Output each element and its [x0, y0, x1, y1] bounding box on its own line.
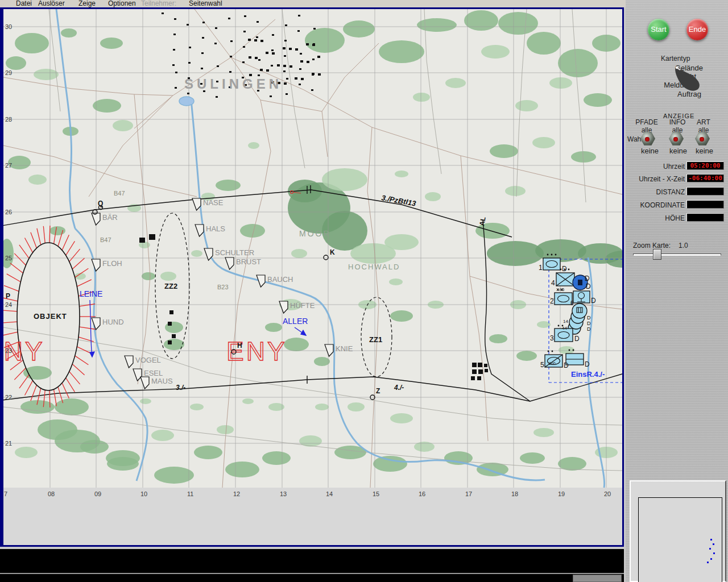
svg-text:HÜFTE: HÜFTE [290, 301, 315, 310]
uhrzeit-label: Uhrzeit [663, 163, 685, 171]
control-sidebar: Start Ende Kartentyp Gelände Sicht Meldu… [626, 0, 728, 582]
svg-text:16: 16 [419, 490, 425, 497]
svg-text:12: 12 [233, 490, 240, 497]
svg-text:14: 14 [563, 319, 568, 324]
svg-text:15: 15 [373, 490, 379, 497]
koordinate-display [686, 200, 724, 209]
zoom-slider-track[interactable] [633, 253, 721, 256]
svg-text:D: D [586, 282, 591, 290]
map-canvas[interactable]: 3./PzBtl13 3./- 4./- AL OBJEKT ENY ENY Z… [3, 9, 622, 545]
zoom-slider-thumb[interactable] [653, 249, 661, 260]
menu-datei[interactable]: Datei [16, 0, 32, 7]
unit-frame-label: EinsR.4./- [571, 370, 605, 379]
zoom-karte-value: 1.0 [679, 242, 688, 250]
svg-text:13: 13 [280, 490, 287, 497]
city-label: SULINGEN [184, 76, 282, 92]
svg-text:11: 11 [187, 490, 193, 497]
ende-button[interactable]: Ende [686, 19, 708, 40]
svg-text:D: D [585, 275, 590, 282]
svg-text:D: D [587, 315, 591, 321]
menu-seitenwahl[interactable]: Seitenwahl [189, 0, 222, 7]
svg-text:BÄR: BÄR [102, 213, 118, 222]
zone-label-zz1: ZZ1 [369, 335, 382, 344]
svg-text:27: 27 [5, 162, 12, 169]
svg-text:09: 09 [94, 490, 101, 497]
console-area [0, 549, 624, 582]
svg-text:23: 23 [5, 347, 12, 354]
eny-label: ENY [226, 336, 287, 366]
svg-text:MAUS: MAUS [151, 377, 173, 385]
svg-text:25: 25 [5, 255, 12, 261]
svg-text:SCHULTER: SCHULTER [215, 248, 254, 257]
svg-text:HALS: HALS [206, 225, 225, 233]
overview-unit-dot [713, 543, 714, 545]
distanz-display [686, 187, 724, 196]
svg-text:BAUCH: BAUCH [267, 275, 293, 284]
koordinate-label: KOORDINATE [640, 201, 685, 209]
route-label-4: 4./- [394, 384, 404, 392]
wahl-label: Wahl [627, 135, 643, 143]
xzeit-display: -06:40:00 [686, 174, 724, 182]
start-button[interactable]: Start [648, 19, 669, 40]
area-label-hochwald: HOCHWALD [348, 263, 400, 271]
svg-text:HUND: HUND [102, 318, 124, 326]
svg-text:30: 30 [5, 23, 12, 30]
svg-text:19: 19 [558, 490, 565, 497]
svg-text:Q: Q [98, 199, 103, 207]
svg-text:K: K [330, 248, 335, 256]
zone-label-zz2: ZZ2 [164, 282, 177, 290]
xzeit-label: Uhrzeit - X-Zeit [639, 175, 685, 183]
svg-text:FLOH: FLOH [102, 259, 122, 268]
svg-text:24: 24 [5, 301, 12, 308]
route-label-al: AL [478, 216, 487, 226]
overview-unit-dot [710, 558, 712, 560]
svg-text:VOGEL: VOGEL [135, 356, 161, 364]
svg-text:KNIE: KNIE [336, 344, 353, 353]
svg-text:D: D [574, 335, 580, 343]
road-label-b23: B23 [217, 284, 229, 290]
svg-text:D: D [587, 326, 591, 332]
anzeige-col-info: INFO [663, 118, 692, 126]
kartentyp-title: Kartentyp [661, 55, 690, 63]
svg-text:D: D [587, 321, 591, 326]
svg-text:3: 3 [550, 334, 554, 342]
console-divider [0, 573, 624, 574]
river-label-aller: ALLER [283, 317, 308, 326]
svg-text:4: 4 [551, 279, 555, 287]
svg-text:18: 18 [511, 490, 518, 497]
svg-text:26: 26 [5, 209, 12, 215]
road-label-b47a: B47 [114, 190, 125, 197]
svg-text:10: 10 [140, 490, 147, 497]
overview-unit-dot [709, 548, 711, 550]
svg-text:44: 44 [562, 326, 567, 331]
svg-text:H: H [237, 342, 242, 350]
svg-text:ESEL: ESEL [144, 369, 163, 377]
distanz-label: DISTANZ [656, 188, 685, 196]
svg-text:22: 22 [5, 394, 12, 401]
svg-text:5: 5 [540, 361, 544, 369]
menu-zeige[interactable]: Zeige [78, 0, 96, 7]
svg-text:28: 28 [5, 116, 12, 123]
overview-unit-dot [713, 552, 715, 554]
menu-ausloeser[interactable]: Auslöser [38, 0, 65, 7]
map-window[interactable]: 3./PzBtl13 3./- 4./- AL OBJEKT ENY ENY Z… [0, 7, 624, 547]
menu-optionen[interactable]: Optionen [108, 0, 136, 7]
svg-text:D: D [564, 361, 569, 369]
anzeige-keine-label: keine [696, 147, 713, 155]
overview-unit-dot [710, 539, 712, 541]
route-label-3: 3./- [176, 384, 185, 392]
menu-bar: Datei Auslöser Zeige Optionen Teilnehmer… [0, 0, 626, 7]
svg-text:2: 2 [550, 297, 554, 305]
svg-text:Z: Z [376, 387, 380, 395]
svg-text:29: 29 [5, 69, 12, 76]
console-scroll-thumb[interactable] [573, 575, 622, 582]
overview-map[interactable] [638, 497, 722, 582]
area-label-moor: MOOR [299, 229, 331, 238]
svg-text:21: 21 [5, 440, 12, 447]
anzeige-keine-label: keine [669, 147, 687, 155]
svg-text:NASE: NASE [203, 198, 224, 207]
zoom-karte-label: Zoom Karte: [633, 242, 671, 250]
svg-text:BRUST: BRUST [236, 257, 261, 266]
svg-text:1: 1 [539, 264, 543, 272]
kartentyp-selector-knob[interactable] [672, 63, 709, 94]
